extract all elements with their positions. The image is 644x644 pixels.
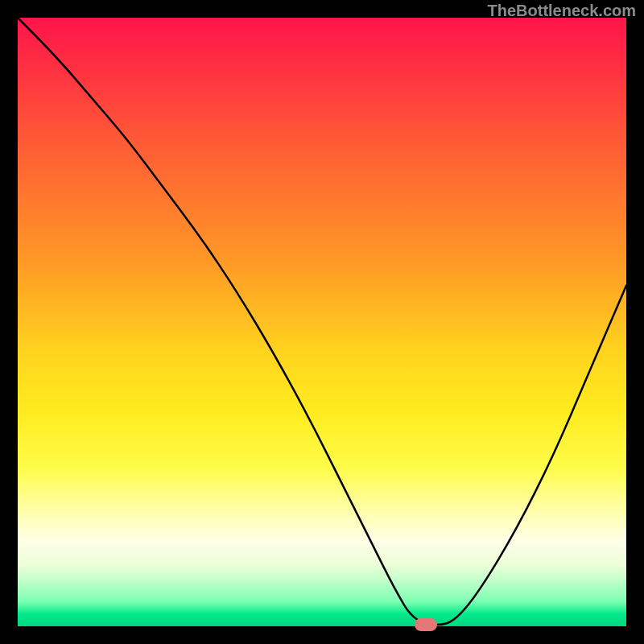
chart-frame: TheBottleneck.com (0, 0, 644, 644)
plot-area (18, 18, 626, 626)
watermark-text: TheBottleneck.com (488, 2, 636, 20)
bottleneck-curve (18, 18, 626, 626)
optimum-marker (415, 618, 437, 631)
